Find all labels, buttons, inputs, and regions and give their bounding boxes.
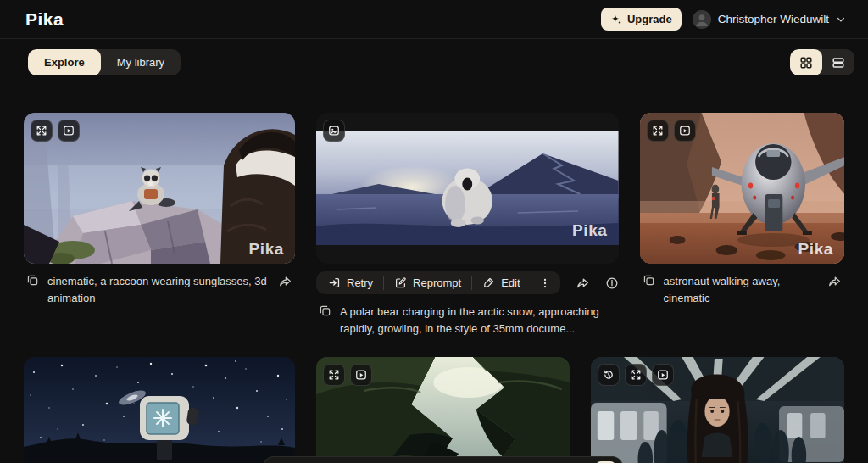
- video-play-icon[interactable]: [674, 120, 696, 142]
- copy-icon[interactable]: [319, 304, 331, 317]
- video-card-polar-bear: Pika Retry: [316, 113, 619, 337]
- edit-button[interactable]: Edit: [472, 271, 530, 294]
- video-thumbnail-astronaut[interactable]: Pika: [640, 113, 844, 264]
- video-card-subway-girl: [591, 357, 844, 463]
- avatar: [693, 10, 711, 29]
- pika-logo: Pika: [25, 9, 64, 30]
- list-view-icon[interactable]: [822, 49, 854, 75]
- video-card-snow-robot: [24, 357, 295, 463]
- share-icon[interactable]: [827, 274, 842, 288]
- prompt-input-bar[interactable]: [263, 456, 623, 463]
- video-grid-row-1: Pika cinematic, a raccoon wearing sungla…: [0, 113, 868, 337]
- retry-icon: [328, 276, 341, 289]
- history-icon[interactable]: [598, 364, 620, 386]
- chevron-down-icon: [836, 14, 846, 25]
- caption-row: astronaut walking away, cinematic: [640, 264, 844, 306]
- thumb-badges: [323, 364, 372, 386]
- pika-watermark: Pika: [249, 240, 285, 259]
- reprompt-icon: [394, 276, 407, 289]
- retry-label: Retry: [347, 276, 373, 289]
- action-bar: Retry Reprompt Edit: [316, 271, 619, 294]
- account-menu[interactable]: Christopher Wieduwilt: [693, 10, 846, 29]
- video-grid-row-2: [0, 357, 868, 463]
- toolbar: Explore My library: [0, 39, 868, 75]
- video-play-icon[interactable]: [652, 364, 674, 386]
- pika-watermark: Pika: [572, 221, 608, 240]
- expand-icon[interactable]: [323, 364, 345, 386]
- brush-icon: [482, 276, 495, 289]
- prompt-caption: astronaut walking away, cinematic: [664, 273, 819, 306]
- video-thumbnail-snow-robot[interactable]: [24, 357, 295, 463]
- thumb-badges: [598, 364, 674, 386]
- copy-icon[interactable]: [26, 274, 39, 287]
- letterboxed-video: Pika: [316, 131, 619, 245]
- video-thumbnail-fjord[interactable]: [316, 357, 570, 463]
- video-card-astronaut: Pika astronaut walking away, cinematic: [640, 113, 844, 337]
- tab-my-library[interactable]: My library: [101, 49, 181, 75]
- grid-view-icon[interactable]: [790, 49, 822, 75]
- reprompt-label: Reprompt: [413, 276, 461, 289]
- thumb-badges: [323, 120, 345, 142]
- video-card-fjord: [316, 357, 570, 463]
- tab-group: Explore My library: [28, 49, 181, 75]
- upgrade-label: Upgrade: [627, 13, 672, 25]
- edit-label: Edit: [501, 276, 520, 289]
- expand-icon[interactable]: [647, 120, 669, 142]
- caption-row: A polar bear charging in the arctic snow…: [316, 294, 619, 337]
- pika-watermark: Pika: [798, 240, 834, 259]
- prompt-caption: A polar bear charging in the arctic snow…: [340, 304, 616, 337]
- snow-robot-video-art: [24, 357, 295, 463]
- account-name: Christopher Wieduwilt: [718, 13, 829, 25]
- video-play-icon[interactable]: [350, 364, 372, 386]
- pika-app: Pika Upgrade Christopher Wieduwilt Exp: [0, 0, 868, 463]
- retry-button[interactable]: Retry: [318, 271, 383, 294]
- video-play-icon[interactable]: [58, 120, 80, 142]
- video-card-raccoon: Pika cinematic, a raccoon wearing sungla…: [24, 113, 295, 337]
- video-thumbnail-subway-girl[interactable]: [591, 357, 844, 463]
- reprompt-button[interactable]: Reprompt: [384, 271, 471, 294]
- sparkle-icon: [610, 14, 622, 25]
- share-icon[interactable]: [278, 274, 292, 288]
- top-bar: Pika Upgrade Christopher Wieduwilt: [0, 0, 868, 39]
- image-icon[interactable]: [323, 120, 345, 142]
- expand-icon[interactable]: [31, 120, 53, 142]
- share-icon[interactable]: [576, 276, 590, 290]
- prompt-caption: cinematic, a raccoon wearing sunglasses,…: [47, 273, 270, 306]
- thumb-badges: [31, 120, 80, 142]
- expand-icon[interactable]: [625, 364, 647, 386]
- kebab-menu-icon[interactable]: [531, 271, 559, 294]
- caption-row: cinematic, a raccoon wearing sunglasses,…: [24, 264, 295, 306]
- view-toggle: [790, 49, 854, 75]
- copy-icon[interactable]: [643, 274, 655, 287]
- tab-explore[interactable]: Explore: [28, 49, 101, 75]
- thumb-badges: [647, 120, 696, 142]
- video-thumbnail-raccoon[interactable]: Pika: [24, 113, 295, 264]
- action-pill: Retry Reprompt Edit: [316, 271, 560, 294]
- video-thumbnail-polar-bear[interactable]: Pika: [316, 113, 619, 264]
- info-icon[interactable]: [605, 276, 619, 290]
- upgrade-button[interactable]: Upgrade: [601, 8, 682, 31]
- header-right: Upgrade Christopher Wieduwilt: [601, 8, 846, 31]
